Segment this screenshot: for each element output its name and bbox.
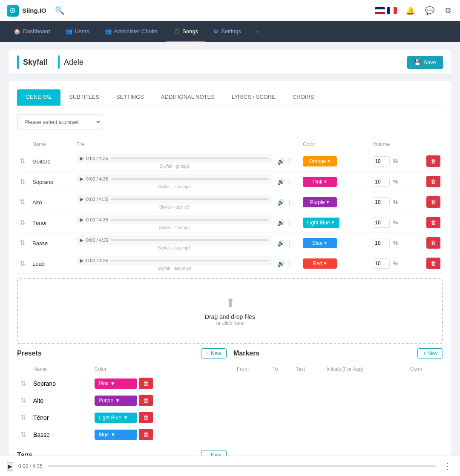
track-play-button[interactable]: ▶ xyxy=(80,176,83,182)
volume-icon[interactable]: 🔊 xyxy=(277,219,285,226)
track-delete-button[interactable]: 🗑 xyxy=(426,176,440,187)
preset-drag-handle[interactable]: ⇅ xyxy=(17,392,30,409)
track-volume-input[interactable] xyxy=(373,177,390,187)
chat-button[interactable]: 💬 xyxy=(423,4,436,17)
nav-users[interactable]: 👥 Users xyxy=(59,21,96,42)
track-play-button[interactable]: ▶ xyxy=(80,258,83,264)
preset-color-button[interactable]: Blue ▼ xyxy=(95,430,137,440)
track-progress-bar[interactable] xyxy=(111,219,269,221)
track-volume-input[interactable] xyxy=(373,218,390,228)
preset-delete-button[interactable]: 🗑 xyxy=(139,378,153,389)
track-drag-handle[interactable]: ⇅ xyxy=(17,192,30,212)
more-icon[interactable]: ⋮ xyxy=(286,178,292,185)
track-play-button[interactable]: ▶ xyxy=(80,237,83,243)
volume-icon[interactable]: 🔊 xyxy=(277,178,285,185)
track-drag-handle[interactable]: ⇅ xyxy=(17,212,30,233)
track-drag-handle[interactable]: ⇅ xyxy=(17,253,30,274)
track-color-button[interactable]: Blue ▼ xyxy=(303,238,337,248)
track-color-button[interactable]: Light Blue ▼ xyxy=(303,218,339,228)
tab-settings[interactable]: SETTINGS xyxy=(108,89,152,106)
track-play-button[interactable]: ▶ xyxy=(80,155,83,161)
track-progress-bar[interactable] xyxy=(111,260,269,261)
track-delete-button[interactable]: 🗑 xyxy=(426,155,440,167)
preset-drag-handle[interactable]: ⇅ xyxy=(17,409,30,426)
tab-general[interactable]: GENERAL xyxy=(17,89,60,106)
track-color-button[interactable]: Pink ▼ xyxy=(303,177,337,187)
presets-new-button[interactable]: + New xyxy=(201,348,227,358)
track-delete-button[interactable]: 🗑 xyxy=(426,258,440,269)
track-delete-button[interactable]: 🗑 xyxy=(426,217,440,228)
track-color-button[interactable]: Red ▼ xyxy=(303,258,337,269)
track-time: 0:00 / 4:35 xyxy=(86,197,108,202)
track-delete-button[interactable]: 🗑 xyxy=(426,237,440,249)
nav-settings[interactable]: ⚙ Settings xyxy=(207,21,248,42)
nav-administer-choirs[interactable]: 👥 Administer Choirs xyxy=(98,21,165,42)
tab-subtitles[interactable]: SUBTITLES xyxy=(60,89,108,106)
preset-drag-handle[interactable]: ⇅ xyxy=(17,426,30,443)
track-audio-icons: 🔊 ⋮ xyxy=(275,212,300,233)
preset-delete-button[interactable]: 🗑 xyxy=(139,412,153,423)
track-progress-bar[interactable] xyxy=(111,158,269,159)
drag-icon: ⇅ xyxy=(20,260,25,267)
track-volume-input[interactable] xyxy=(373,238,390,248)
more-icon[interactable]: ⋮ xyxy=(286,260,292,267)
svg-point-0 xyxy=(12,10,14,11)
more-icon[interactable]: ⋮ xyxy=(286,158,292,165)
track-drag-handle[interactable]: ⇅ xyxy=(17,233,30,253)
player-more-button[interactable]: ⋮ xyxy=(441,459,453,473)
preset-color-cell: Purple ▼ 🗑 xyxy=(91,392,227,409)
preset-select-input[interactable]: Please select a preset xyxy=(17,115,102,129)
track-volume-cell: % xyxy=(370,172,424,192)
tab-additional-notes[interactable]: ADDITIONAL NOTES xyxy=(152,89,223,106)
volume-icon[interactable]: 🔊 xyxy=(277,260,285,267)
tab-lyrics-score[interactable]: LYRICS / SCORE xyxy=(223,89,284,106)
track-drag-handle[interactable]: ⇅ xyxy=(17,151,30,172)
player-play-button[interactable]: ▶ xyxy=(7,462,13,470)
volume-icon[interactable]: 🔊 xyxy=(277,240,285,247)
track-delete-button[interactable]: 🗑 xyxy=(426,196,440,208)
preset-delete-button[interactable]: 🗑 xyxy=(139,429,153,440)
preset-color-button[interactable]: Light Blue ▼ xyxy=(95,413,137,423)
tabs-bar: GENERAL SUBTITLES SETTINGS ADDITIONAL NO… xyxy=(17,89,443,106)
track-drag-handle[interactable]: ⇅ xyxy=(17,172,30,192)
color-chevron-icon: ▼ xyxy=(323,261,327,266)
settings-button[interactable]: ⚙ xyxy=(443,4,453,17)
nav-more[interactable]: › xyxy=(250,21,265,42)
volume-icon[interactable]: 🔊 xyxy=(277,158,285,165)
preset-color-button[interactable]: Purple ▼ xyxy=(95,396,137,406)
notification-button[interactable]: 🔔 xyxy=(404,4,417,17)
logo[interactable]: Siing.IO xyxy=(7,5,46,17)
player-progress-bar[interactable] xyxy=(48,465,436,467)
nav-dashboard[interactable]: 🏠 Dashboard xyxy=(7,21,57,42)
drop-zone[interactable]: ⬆ Drag and drop files or click here xyxy=(17,278,443,344)
volume-icon[interactable]: 🔊 xyxy=(277,199,285,206)
more-icon[interactable]: ⋮ xyxy=(286,199,292,206)
track-progress-bar[interactable] xyxy=(111,239,269,241)
track-play-button[interactable]: ▶ xyxy=(80,217,83,223)
more-icon[interactable]: ⋮ xyxy=(286,240,292,247)
more-icon[interactable]: ⋮ xyxy=(286,219,292,226)
track-progress-bar[interactable] xyxy=(111,198,269,200)
preset-name-cell: Ténor xyxy=(30,409,91,426)
track-volume-input[interactable] xyxy=(373,156,390,166)
preset-delete-button[interactable]: 🗑 xyxy=(139,395,153,406)
track-play-button[interactable]: ▶ xyxy=(80,196,83,202)
track-row: ⇅ Soprano ▶ 0:00 / 4:35 Skyfall - spn.mp… xyxy=(17,172,443,192)
preset-color-button[interactable]: Pink ▼ xyxy=(95,379,137,389)
tab-choirs[interactable]: CHOIRS xyxy=(284,89,323,106)
nav-songs[interactable]: 🎵 Songs xyxy=(166,21,205,42)
flag-fr[interactable] xyxy=(387,7,397,14)
save-button[interactable]: 💾 Save xyxy=(407,56,443,69)
flag-uk[interactable] xyxy=(375,7,385,14)
preset-drag-handle[interactable]: ⇅ xyxy=(17,375,30,392)
track-progress-bar[interactable] xyxy=(111,178,269,180)
col-color: Color xyxy=(300,138,370,151)
track-volume-input[interactable] xyxy=(373,258,390,269)
track-color-button[interactable]: Purple ▼ xyxy=(303,197,337,207)
volume-percent-label: % xyxy=(393,179,398,185)
markers-new-button[interactable]: + New xyxy=(417,348,443,358)
volume-percent-label: % xyxy=(393,220,398,226)
search-button[interactable]: 🔍 xyxy=(53,4,66,17)
track-color-button[interactable]: Orange ▼ xyxy=(303,156,337,166)
track-volume-input[interactable] xyxy=(373,197,390,207)
